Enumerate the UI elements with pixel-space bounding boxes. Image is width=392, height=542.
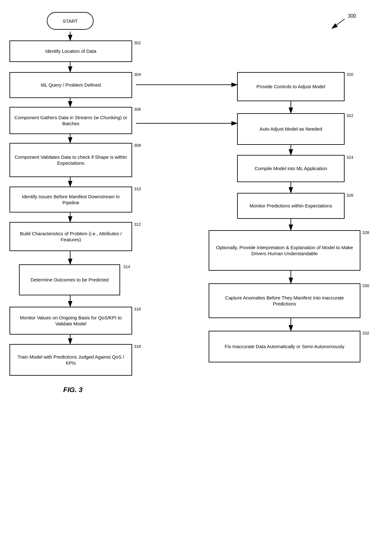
node-330: Capture Anomalies Before They Manifest I… [209, 283, 360, 318]
start-label: START [63, 18, 78, 24]
ref-302: 302 [134, 40, 141, 45]
node-316-label: Monitor Values on Ongoing Basis for QoS/… [14, 315, 128, 327]
node-324: Compile Model into ML Application [237, 155, 345, 182]
node-314-label: Determine Outcomes to be Predicted [31, 277, 109, 283]
ref-310: 310 [134, 187, 141, 191]
node-302: Identify Location of Data [9, 40, 132, 62]
node-304: ML Query / Problem Defined [9, 72, 132, 98]
ref-332: 332 [362, 331, 369, 336]
node-312: Build Characteristics of Problem (i.e., … [9, 222, 132, 251]
node-316: Monitor Values on Ongoing Basis for QoS/… [9, 307, 132, 335]
node-326: Monitor Predictions within Expectations [237, 193, 345, 219]
ref-330: 330 [362, 283, 369, 288]
node-332: Fix Inaccurate Data Automatically or Sem… [209, 331, 360, 362]
ref-306: 306 [134, 107, 141, 112]
node-308: Component Validates Data to check if Sha… [9, 143, 132, 177]
ref-314: 314 [123, 264, 130, 269]
node-318-label: Train Model with Predictions Judged Agai… [14, 354, 128, 366]
figure-label: FIG. 3 [63, 386, 83, 394]
node-310: Identify Issues Before Manifest Downstre… [9, 187, 132, 212]
ref-326: 326 [346, 193, 353, 198]
node-318: Train Model with Predictions Judged Agai… [9, 344, 132, 376]
ref-304: 304 [134, 72, 141, 77]
node-322-label: Auto Adjust Model as Needed [260, 126, 322, 132]
node-308-label: Component Validates Data to check if Sha… [14, 154, 128, 166]
ref-316: 316 [134, 307, 141, 311]
node-330-label: Capture Anomalies Before They Manifest I… [213, 295, 356, 307]
diagram-ref: 300 [348, 13, 356, 19]
svg-line-18 [332, 19, 345, 28]
node-310-label: Identify Issues Before Manifest Downstre… [14, 194, 128, 206]
node-320-label: Provide Controls to Adjust Model [256, 83, 325, 90]
node-304-label: ML Query / Problem Defined [41, 82, 101, 88]
node-322: Auto Adjust Model as Needed [237, 113, 345, 145]
node-306: Component Gathers Data in Streams (w Chu… [9, 107, 132, 134]
ref-312: 312 [134, 222, 141, 227]
node-328-label: Optionally, Provide Interpretation & Exp… [213, 244, 356, 257]
node-320: Provide Controls to Adjust Model [237, 72, 345, 101]
ref-318: 318 [134, 344, 141, 349]
ref-324: 324 [346, 155, 353, 160]
node-324-label: Compile Model into ML Application [254, 165, 327, 172]
node-306-label: Component Gathers Data in Streams (w Chu… [14, 114, 128, 127]
node-328: Optionally, Provide Interpretation & Exp… [209, 230, 360, 271]
node-332-label: Fix Inaccurate Data Automatically or Sem… [225, 343, 345, 350]
node-326-label: Monitor Predictions within Expectations [250, 203, 332, 209]
node-312-label: Build Characteristics of Problem (i.e., … [14, 231, 128, 243]
start-node: START [47, 12, 94, 30]
ref-328: 328 [362, 230, 369, 235]
ref-322: 322 [346, 113, 353, 118]
node-314: Determine Outcomes to be Predicted [19, 264, 120, 295]
ref-308: 308 [134, 143, 141, 148]
node-302-label: Identify Location of Data [45, 48, 96, 54]
ref-320: 320 [346, 72, 353, 77]
